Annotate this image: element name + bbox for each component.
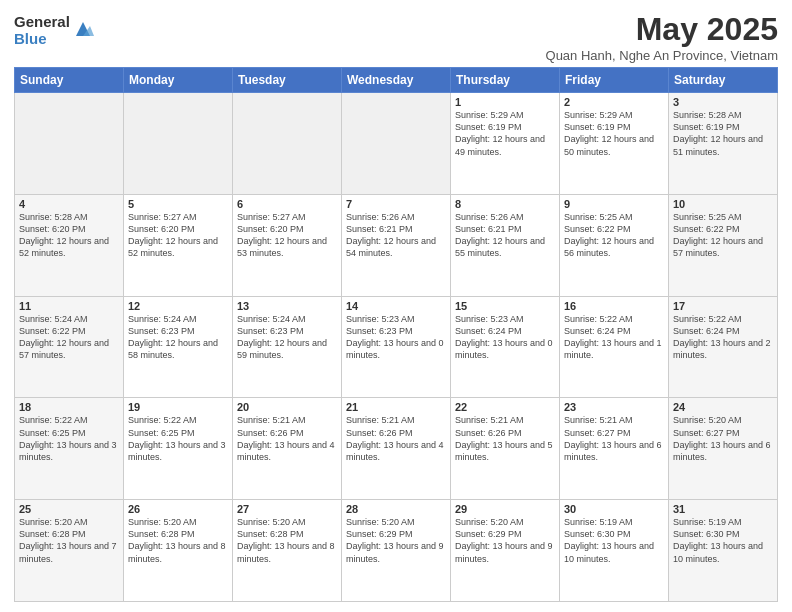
table-row: 6Sunrise: 5:27 AMSunset: 6:20 PMDaylight… (233, 194, 342, 296)
day-number: 21 (346, 401, 446, 413)
logo: General Blue (14, 14, 94, 47)
day-info: Sunrise: 5:24 AMSunset: 6:22 PMDaylight:… (19, 313, 119, 362)
table-row (233, 93, 342, 195)
table-row: 27Sunrise: 5:20 AMSunset: 6:28 PMDayligh… (233, 500, 342, 602)
day-number: 17 (673, 300, 773, 312)
day-number: 13 (237, 300, 337, 312)
main-title: May 2025 (546, 12, 778, 47)
table-row: 2Sunrise: 5:29 AMSunset: 6:19 PMDaylight… (560, 93, 669, 195)
day-info: Sunrise: 5:27 AMSunset: 6:20 PMDaylight:… (128, 211, 228, 260)
page: General Blue May 2025 Quan Hanh, Nghe An… (0, 0, 792, 612)
table-row: 24Sunrise: 5:20 AMSunset: 6:27 PMDayligh… (669, 398, 778, 500)
col-wednesday: Wednesday (342, 68, 451, 93)
day-info: Sunrise: 5:19 AMSunset: 6:30 PMDaylight:… (564, 516, 664, 565)
day-info: Sunrise: 5:27 AMSunset: 6:20 PMDaylight:… (237, 211, 337, 260)
col-tuesday: Tuesday (233, 68, 342, 93)
day-info: Sunrise: 5:21 AMSunset: 6:26 PMDaylight:… (346, 414, 446, 463)
calendar-week-row: 25Sunrise: 5:20 AMSunset: 6:28 PMDayligh… (15, 500, 778, 602)
day-number: 10 (673, 198, 773, 210)
table-row: 10Sunrise: 5:25 AMSunset: 6:22 PMDayligh… (669, 194, 778, 296)
table-row (15, 93, 124, 195)
title-block: May 2025 Quan Hanh, Nghe An Province, Vi… (546, 12, 778, 63)
table-row: 20Sunrise: 5:21 AMSunset: 6:26 PMDayligh… (233, 398, 342, 500)
day-number: 20 (237, 401, 337, 413)
table-row: 9Sunrise: 5:25 AMSunset: 6:22 PMDaylight… (560, 194, 669, 296)
table-row: 29Sunrise: 5:20 AMSunset: 6:29 PMDayligh… (451, 500, 560, 602)
table-row: 18Sunrise: 5:22 AMSunset: 6:25 PMDayligh… (15, 398, 124, 500)
table-row: 28Sunrise: 5:20 AMSunset: 6:29 PMDayligh… (342, 500, 451, 602)
day-number: 3 (673, 96, 773, 108)
day-number: 18 (19, 401, 119, 413)
day-number: 24 (673, 401, 773, 413)
day-number: 26 (128, 503, 228, 515)
logo-general: General (14, 14, 70, 31)
calendar-header-row: Sunday Monday Tuesday Wednesday Thursday… (15, 68, 778, 93)
table-row: 22Sunrise: 5:21 AMSunset: 6:26 PMDayligh… (451, 398, 560, 500)
day-info: Sunrise: 5:29 AMSunset: 6:19 PMDaylight:… (564, 109, 664, 158)
day-info: Sunrise: 5:21 AMSunset: 6:26 PMDaylight:… (237, 414, 337, 463)
day-number: 30 (564, 503, 664, 515)
day-info: Sunrise: 5:22 AMSunset: 6:25 PMDaylight:… (128, 414, 228, 463)
day-number: 4 (19, 198, 119, 210)
day-info: Sunrise: 5:26 AMSunset: 6:21 PMDaylight:… (455, 211, 555, 260)
table-row (342, 93, 451, 195)
day-number: 22 (455, 401, 555, 413)
day-info: Sunrise: 5:22 AMSunset: 6:24 PMDaylight:… (673, 313, 773, 362)
day-number: 8 (455, 198, 555, 210)
day-info: Sunrise: 5:21 AMSunset: 6:26 PMDaylight:… (455, 414, 555, 463)
table-row: 8Sunrise: 5:26 AMSunset: 6:21 PMDaylight… (451, 194, 560, 296)
table-row: 11Sunrise: 5:24 AMSunset: 6:22 PMDayligh… (15, 296, 124, 398)
table-row: 4Sunrise: 5:28 AMSunset: 6:20 PMDaylight… (15, 194, 124, 296)
col-monday: Monday (124, 68, 233, 93)
subtitle: Quan Hanh, Nghe An Province, Vietnam (546, 48, 778, 63)
day-info: Sunrise: 5:23 AMSunset: 6:23 PMDaylight:… (346, 313, 446, 362)
day-number: 7 (346, 198, 446, 210)
day-number: 16 (564, 300, 664, 312)
table-row: 5Sunrise: 5:27 AMSunset: 6:20 PMDaylight… (124, 194, 233, 296)
calendar-table: Sunday Monday Tuesday Wednesday Thursday… (14, 67, 778, 602)
table-row: 7Sunrise: 5:26 AMSunset: 6:21 PMDaylight… (342, 194, 451, 296)
table-row: 23Sunrise: 5:21 AMSunset: 6:27 PMDayligh… (560, 398, 669, 500)
day-number: 12 (128, 300, 228, 312)
col-saturday: Saturday (669, 68, 778, 93)
table-row: 15Sunrise: 5:23 AMSunset: 6:24 PMDayligh… (451, 296, 560, 398)
day-number: 31 (673, 503, 773, 515)
table-row: 30Sunrise: 5:19 AMSunset: 6:30 PMDayligh… (560, 500, 669, 602)
table-row: 14Sunrise: 5:23 AMSunset: 6:23 PMDayligh… (342, 296, 451, 398)
table-row: 26Sunrise: 5:20 AMSunset: 6:28 PMDayligh… (124, 500, 233, 602)
day-number: 14 (346, 300, 446, 312)
day-info: Sunrise: 5:20 AMSunset: 6:29 PMDaylight:… (346, 516, 446, 565)
day-info: Sunrise: 5:22 AMSunset: 6:25 PMDaylight:… (19, 414, 119, 463)
table-row: 17Sunrise: 5:22 AMSunset: 6:24 PMDayligh… (669, 296, 778, 398)
day-info: Sunrise: 5:20 AMSunset: 6:28 PMDaylight:… (128, 516, 228, 565)
day-info: Sunrise: 5:20 AMSunset: 6:27 PMDaylight:… (673, 414, 773, 463)
table-row: 31Sunrise: 5:19 AMSunset: 6:30 PMDayligh… (669, 500, 778, 602)
day-number: 19 (128, 401, 228, 413)
day-number: 29 (455, 503, 555, 515)
table-row: 25Sunrise: 5:20 AMSunset: 6:28 PMDayligh… (15, 500, 124, 602)
day-number: 23 (564, 401, 664, 413)
day-info: Sunrise: 5:21 AMSunset: 6:27 PMDaylight:… (564, 414, 664, 463)
logo-text: General Blue (14, 14, 70, 47)
day-number: 11 (19, 300, 119, 312)
day-number: 1 (455, 96, 555, 108)
day-info: Sunrise: 5:26 AMSunset: 6:21 PMDaylight:… (346, 211, 446, 260)
day-number: 2 (564, 96, 664, 108)
day-number: 27 (237, 503, 337, 515)
day-number: 15 (455, 300, 555, 312)
table-row: 1Sunrise: 5:29 AMSunset: 6:19 PMDaylight… (451, 93, 560, 195)
col-sunday: Sunday (15, 68, 124, 93)
table-row: 19Sunrise: 5:22 AMSunset: 6:25 PMDayligh… (124, 398, 233, 500)
day-info: Sunrise: 5:20 AMSunset: 6:28 PMDaylight:… (19, 516, 119, 565)
day-info: Sunrise: 5:24 AMSunset: 6:23 PMDaylight:… (128, 313, 228, 362)
table-row: 3Sunrise: 5:28 AMSunset: 6:19 PMDaylight… (669, 93, 778, 195)
calendar-week-row: 4Sunrise: 5:28 AMSunset: 6:20 PMDaylight… (15, 194, 778, 296)
table-row: 21Sunrise: 5:21 AMSunset: 6:26 PMDayligh… (342, 398, 451, 500)
col-friday: Friday (560, 68, 669, 93)
day-info: Sunrise: 5:22 AMSunset: 6:24 PMDaylight:… (564, 313, 664, 362)
logo-icon (72, 18, 94, 40)
day-info: Sunrise: 5:25 AMSunset: 6:22 PMDaylight:… (564, 211, 664, 260)
col-thursday: Thursday (451, 68, 560, 93)
day-number: 25 (19, 503, 119, 515)
day-number: 6 (237, 198, 337, 210)
